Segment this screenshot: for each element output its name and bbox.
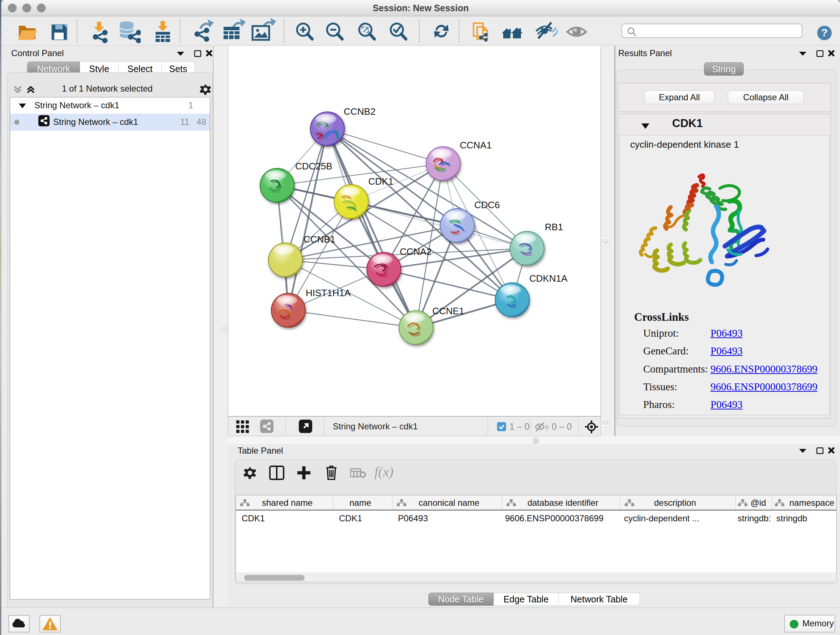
svg-text:RB1: RB1: [545, 222, 563, 233]
svg-text:CDK1: CDK1: [368, 176, 393, 187]
svg-text:CDKN1A: CDKN1A: [529, 273, 568, 284]
svg-text:CDC25B: CDC25B: [295, 161, 332, 172]
svg-text:CCNA2: CCNA2: [400, 246, 431, 257]
svg-text:CCNB2: CCNB2: [344, 106, 376, 117]
svg-text:CDC6: CDC6: [474, 200, 500, 211]
svg-text:HIST1H1A: HIST1H1A: [306, 287, 351, 298]
svg-text:CCNA1: CCNA1: [460, 140, 492, 150]
svg-text:CCNE1: CCNE1: [432, 306, 464, 317]
svg-text:CCNB1: CCNB1: [303, 234, 335, 245]
